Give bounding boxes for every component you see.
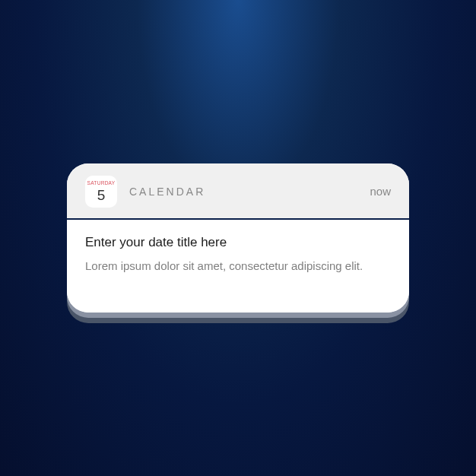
date-day-number: 5 <box>97 188 106 202</box>
timestamp-label: now <box>370 185 391 198</box>
notification-body: Enter your date title here Lorem ipsum d… <box>67 220 409 313</box>
app-name-label: CALENDAR <box>129 186 370 198</box>
notification-header: Saturday 5 CALENDAR now <box>67 163 409 220</box>
notification-card[interactable]: Saturday 5 CALENDAR now Enter your date … <box>67 163 409 313</box>
event-title: Enter your date title here <box>85 235 391 250</box>
calendar-date-icon: Saturday 5 <box>85 176 117 208</box>
event-description: Lorem ipsum dolor sit amet, consectetur … <box>85 258 391 275</box>
notification-container: Saturday 5 CALENDAR now Enter your date … <box>67 163 409 313</box>
date-day-name: Saturday <box>87 181 116 186</box>
